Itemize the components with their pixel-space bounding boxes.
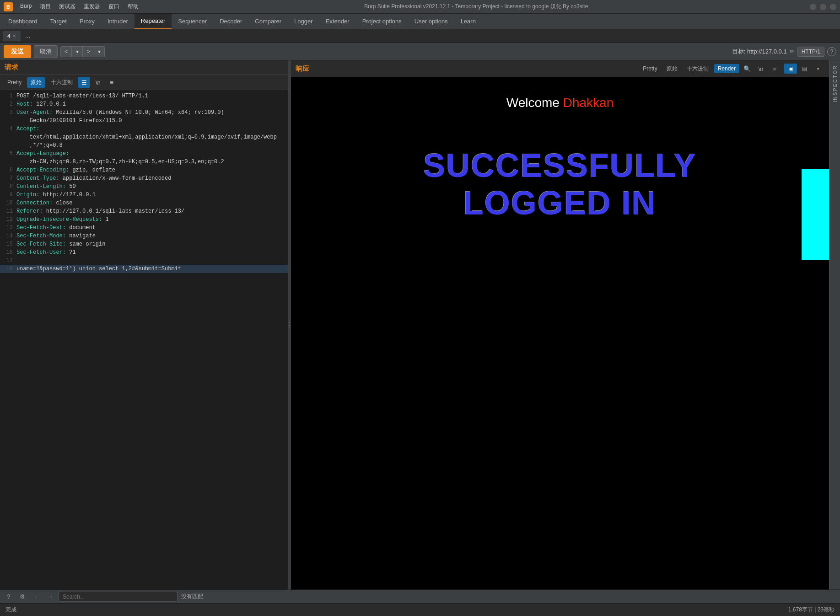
tab-sequencer[interactable]: Sequencer [172,14,213,29]
response-header-row: 响应 Pretty 原始 十六进制 Render 🔍 \n ≡ ▣ ▤ ▪ [291,60,829,77]
code-line-8: 8 Content-Length: 50 [0,182,288,191]
tab-repeater[interactable]: Repeater [135,14,172,29]
subtab-close-icon[interactable]: ✕ [12,33,16,38]
status-bar: 完成 1,678字节 | 23毫秒 [0,603,840,616]
response-fmt-render[interactable]: Render [714,64,739,73]
code-line-11: 11 Referer: http://127.0.0.1/sqli-labs-m… [0,207,288,215]
response-fmt-raw[interactable]: 原始 [663,64,681,74]
view-split-horizontal-icon[interactable]: ▣ [784,64,797,74]
render-content: Welcome Dhakkan SUCCESSFULLY LOGGED IN [291,77,829,589]
send-button[interactable]: 发送 [4,45,31,58]
menu-help[interactable]: 帮助 [124,2,142,11]
cancel-button[interactable]: 取消 [34,45,58,58]
edit-target-icon[interactable]: ✏ [790,48,795,55]
view-split-vertical-icon[interactable]: ▤ [798,64,811,74]
code-line-5b: zh-CN,zh;q=0.8,zh-TW;q=0.7,zh-HK;q=0.5,e… [0,158,288,166]
request-fmt-list-icon[interactable]: ☰ [78,77,90,88]
response-fmt-newlines-icon[interactable]: \n [755,63,767,74]
response-fmt-search-icon[interactable]: 🔍 [741,63,753,74]
code-line-14: 14 Sec-Fetch-Mode: navigate [0,232,288,240]
code-line-18: 18 uname=1&passwd=1') union select 1,2#&… [0,265,288,273]
tab-extender[interactable]: Extender [319,14,356,29]
tab-comparer[interactable]: Comparer [248,14,288,29]
tab-intruder[interactable]: Intruder [101,14,135,29]
window-title: Burp Suite Professional v2021.12.1 - Tem… [142,3,810,11]
code-line-9: 9 Origin: http://127.0.0.1 [0,191,288,199]
main-content: 请求 Pretty 原始 十六进制 ☰ \n ≡ 1 POST /sqli-la… [0,60,840,589]
tab-project-options[interactable]: Project options [356,14,408,29]
menu-resender[interactable]: 重发器 [80,2,104,11]
menu-window[interactable]: 窗口 [105,2,123,11]
response-fmt-pretty[interactable]: Pretty [639,64,661,73]
code-line-13: 13 Sec-Fetch-Dest: document [0,224,288,232]
code-line-15: 15 Sec-Fetch-Site: same-origin [0,240,288,248]
success-line2: LOGGED IN [423,184,696,222]
code-line-5: 5 Accept-Language: [0,150,288,158]
tab-logger[interactable]: Logger [288,14,319,29]
code-line-6: 6 Accept-Encoding: gzip, deflate [0,166,288,174]
code-line-17: 17 [0,257,288,265]
nav-dropdown-prev[interactable]: ▾ [72,46,83,57]
repeater-toolbar: 发送 取消 < ▾ > ▾ 目标: http://127.0.0.1 ✏ HTT… [0,43,840,60]
subtab-more[interactable]: … [21,31,35,41]
request-fmt-hex[interactable]: 十六进制 [47,77,76,88]
request-format-bar: Pretty 原始 十六进制 ☰ \n ≡ [0,75,288,90]
back-bottom-icon[interactable]: ← [31,592,41,602]
maximize-button[interactable]: □ [820,4,826,10]
code-line-3: 3 User-Agent: Mozilla/5.0 (Windows NT 10… [0,108,288,117]
tab-proxy[interactable]: Proxy [73,14,101,29]
response-panel: 响应 Pretty 原始 十六进制 Render 🔍 \n ≡ ▣ ▤ ▪ We… [291,60,829,589]
inspector-label: INSPECTOR [832,65,838,102]
burp-logo: B [4,2,13,11]
code-line-3b: Gecko/20100101 Firefox/115.0 [0,117,288,125]
status-right: 1,678字节 | 23毫秒 [788,606,835,614]
request-fmt-raw[interactable]: 原始 [27,77,45,88]
request-fmt-wrap-icon[interactable]: ≡ [106,77,118,88]
help-icon[interactable]: ? [827,47,836,56]
code-line-4c: ,*/*;q=0.8 [0,141,288,150]
response-format-bar: Pretty 原始 十六进制 Render 🔍 \n ≡ [639,63,781,74]
code-line-10: 10 Connection: close [0,199,288,207]
code-line-7: 7 Content-Type: application/x-www-form-u… [0,174,288,182]
target-url: 目标: http://127.0.0.1 [732,48,787,56]
request-fmt-newlines-icon[interactable]: \n [92,77,104,88]
welcome-name: Dhakkan [563,96,614,110]
code-line-16: 16 Sec-Fetch-User: ?1 [0,248,288,257]
menu-project[interactable]: 项目 [36,2,54,11]
close-button[interactable]: ✕ [830,4,836,10]
view-single-icon[interactable]: ▪ [812,64,824,74]
menu-tester[interactable]: 测试器 [55,2,79,11]
code-line-2: 2 Host: 127.0.0.1 [0,100,288,108]
status-left: 完成 [5,606,16,614]
http-version-badge[interactable]: HTTP/1 [797,47,824,57]
next-button[interactable]: > [83,46,94,57]
view-mode-icons: ▣ ▤ ▪ [784,64,824,74]
cyan-decoration-bar [802,169,829,260]
tab-user-options[interactable]: User options [408,14,454,29]
minimize-button[interactable]: ─ [810,4,816,10]
tab-dashboard[interactable]: Dashboard [2,14,44,29]
response-fmt-hex[interactable]: 十六进制 [683,64,712,74]
tab-learn[interactable]: Learn [454,14,482,29]
success-line1: SUCCESSFULLY [423,147,696,184]
nav-dropdown-next[interactable]: ▾ [94,46,105,57]
repeater-subtabs: 4 ✕ … [0,29,840,43]
settings-bottom-icon[interactable]: ⚙ [17,592,27,602]
request-fmt-pretty[interactable]: Pretty [4,78,25,87]
response-fmt-menu-icon[interactable]: ≡ [769,63,781,74]
code-line-4b: text/html,application/xhtml+xml,applicat… [0,133,288,141]
prev-button[interactable]: < [60,46,72,57]
tab-target[interactable]: Target [44,14,73,29]
titlebar: B Burp 项目 测试器 重发器 窗口 帮助 Burp Suite Profe… [0,0,840,14]
forward-bottom-icon[interactable]: → [45,592,55,602]
code-line-4: 4 Accept: [0,125,288,133]
no-match-label: 没有匹配 [181,593,203,600]
response-render-area: Welcome Dhakkan SUCCESSFULLY LOGGED IN [291,77,829,589]
tab-decoder[interactable]: Decoder [213,14,248,29]
request-code-area[interactable]: 1 POST /sqli-labs-master/Less-13/ HTTP/1… [0,90,288,589]
search-input[interactable] [59,592,178,602]
menu-bar: Burp 项目 测试器 重发器 窗口 帮助 [16,2,142,11]
help-bottom-icon[interactable]: ? [4,592,14,602]
menu-burp[interactable]: Burp [16,2,35,11]
subtab-4[interactable]: 4 ✕ [3,31,21,41]
